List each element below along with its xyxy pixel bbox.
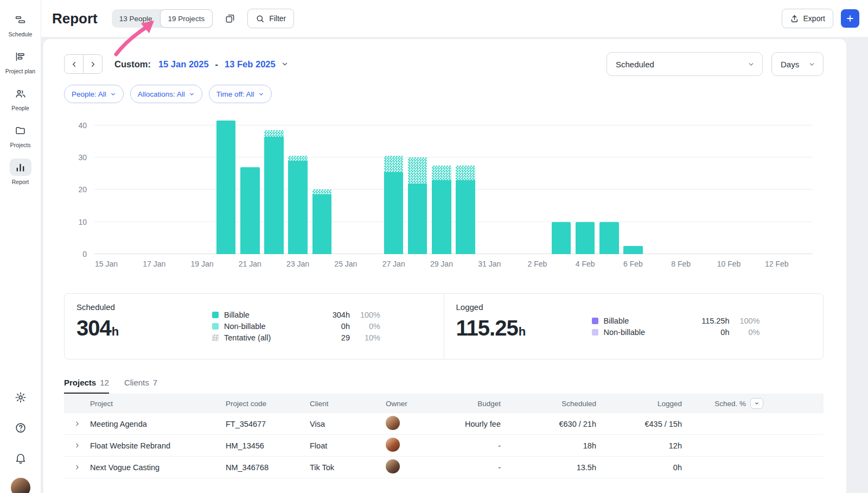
chart-bar-solid-segment — [456, 180, 475, 254]
chart-bar[interactable] — [576, 222, 595, 254]
cell-project[interactable]: Next Vogue Casting — [90, 463, 226, 472]
expand-row-button[interactable] — [71, 461, 84, 474]
scheduled-hours-number: 304 — [76, 316, 111, 340]
user-avatar[interactable] — [11, 478, 30, 493]
chart-bar[interactable] — [384, 156, 403, 254]
x-axis-label: 27 Jan — [382, 260, 405, 268]
range-label: Custom: — [114, 59, 151, 69]
workload-bar-chart: 01020304015 Jan17 Jan19 Jan21 Jan23 Jan2… — [64, 117, 824, 271]
chart-bar[interactable] — [432, 166, 451, 254]
range-end-link[interactable]: 13 Feb 2025 — [225, 59, 276, 69]
notifications-button[interactable] — [10, 447, 31, 469]
logged-summary: Logged 115.25h Billable 115.25h 100% — [444, 294, 824, 359]
column-header-logged: Logged — [596, 400, 682, 408]
sidebar-item-projects[interactable]: Projects — [0, 117, 41, 154]
y-axis-label: 40 — [78, 121, 87, 130]
range-start-link[interactable]: 15 Jan 2025 — [158, 59, 209, 69]
column-header-owner: Owner — [386, 400, 451, 408]
chart-bar[interactable] — [552, 222, 571, 254]
sidebar-item-people[interactable]: People — [0, 80, 41, 117]
legend-label: Billable — [604, 317, 691, 325]
owner-avatar[interactable] — [386, 438, 400, 452]
sidebar-label: Project plan — [5, 68, 35, 74]
range-dropdown-button[interactable] — [281, 60, 289, 68]
legend-value: 29 — [311, 333, 350, 342]
metric-select[interactable]: Scheduled — [607, 52, 763, 76]
filter-button[interactable]: Filter — [247, 9, 294, 28]
gridline — [94, 157, 813, 157]
x-axis-label: 29 Jan — [430, 260, 453, 268]
timeoff-filter-pill[interactable]: Time off: All — [209, 85, 272, 103]
cell-project-code: NM_346768 — [226, 463, 310, 472]
sidebar-item-project-plan[interactable]: Project plan — [0, 43, 41, 80]
chart-bar[interactable] — [456, 166, 475, 254]
metric-select-value: Scheduled — [616, 60, 654, 69]
expand-row-button[interactable] — [71, 439, 84, 452]
legend-label: Tentative (all) — [224, 333, 311, 342]
cell-project-code: FT_354677 — [226, 420, 310, 428]
cell-project[interactable]: Float Website Rebrand — [90, 441, 226, 450]
legend-percent: 10% — [350, 333, 380, 342]
chart-bar[interactable] — [623, 246, 642, 254]
filter-pills-row: People: All Allocations: All Time off: A… — [64, 85, 824, 103]
sidebar-item-report[interactable]: Report — [0, 154, 41, 191]
chart-bar[interactable] — [216, 121, 235, 254]
chart-bar-solid-segment — [264, 137, 283, 254]
help-button[interactable] — [10, 417, 31, 439]
sidebar-item-schedule[interactable]: Schedule — [0, 7, 41, 43]
allocations-filter-pill[interactable]: Allocations: All — [130, 85, 202, 103]
x-axis-label: 31 Jan — [478, 260, 501, 268]
add-button[interactable] — [841, 9, 859, 28]
chart-bar[interactable] — [240, 167, 259, 254]
column-header-client: Client — [310, 400, 386, 408]
gridline — [94, 222, 813, 222]
chevron-right-icon — [74, 464, 81, 471]
cell-scheduled: 18h — [501, 441, 596, 450]
sched-pct-options-button[interactable] — [750, 398, 763, 409]
cell-client: Visa — [310, 420, 386, 428]
x-axis-label: 6 Feb — [623, 260, 643, 268]
chart-bar-tentative-segment — [384, 156, 403, 172]
chart-bar[interactable] — [599, 222, 618, 254]
chart-bar[interactable] — [264, 130, 283, 254]
logged-hours-number: 115.25 — [456, 316, 518, 340]
pill-label: Time off: All — [216, 90, 254, 98]
next-period-button[interactable] — [83, 54, 103, 74]
table-row: Next Vogue Casting NM_346768 Tik Tok - 1… — [64, 457, 824, 478]
table-header-row: Project Project code Client Owner Budget… — [64, 394, 824, 413]
chevron-down-icon — [754, 401, 760, 406]
chart-bar-solid-segment — [240, 167, 259, 254]
chart-bar-tentative-segment — [432, 166, 451, 180]
chart-bar[interactable] — [288, 156, 307, 254]
prev-period-button[interactable] — [64, 54, 84, 74]
chart-bar[interactable] — [408, 157, 427, 254]
chart-bar-solid-segment — [432, 180, 451, 254]
legend-row: Billable 115.25h 100% — [592, 317, 760, 325]
toggle-projects[interactable]: 19 Projects — [160, 9, 213, 28]
export-button-label: Export — [803, 14, 825, 23]
logged-summary-value: 115.25h — [456, 316, 592, 340]
chart-bar-solid-segment — [384, 172, 403, 254]
expand-row-button[interactable] — [71, 418, 84, 431]
layers-button[interactable] — [220, 9, 240, 28]
column-header-budget: Budget — [451, 400, 501, 408]
tab-clients[interactable]: Clients 7 — [124, 378, 157, 394]
chart-bar-tentative-segment — [288, 156, 307, 161]
cell-project[interactable]: Meeting Agenda — [90, 420, 226, 428]
x-axis-label: 2 Feb — [528, 260, 547, 268]
settings-button[interactable] — [10, 387, 31, 408]
legend-percent: 0% — [350, 322, 380, 331]
chevron-down-icon — [110, 91, 116, 97]
owner-avatar[interactable] — [386, 459, 400, 473]
logged-hours-unit: h — [519, 325, 526, 338]
owner-avatar[interactable] — [386, 416, 400, 430]
gridline — [94, 189, 813, 189]
export-button[interactable]: Export — [782, 9, 833, 28]
chevron-down-icon — [808, 61, 815, 68]
toggle-people[interactable]: 13 People — [112, 9, 160, 28]
logged-summary-info: Logged 115.25h — [456, 302, 592, 340]
chart-bar[interactable] — [312, 189, 331, 254]
people-filter-pill[interactable]: People: All — [64, 85, 124, 103]
unit-select[interactable]: Days — [771, 52, 824, 76]
tab-projects[interactable]: Projects 12 — [64, 378, 109, 394]
